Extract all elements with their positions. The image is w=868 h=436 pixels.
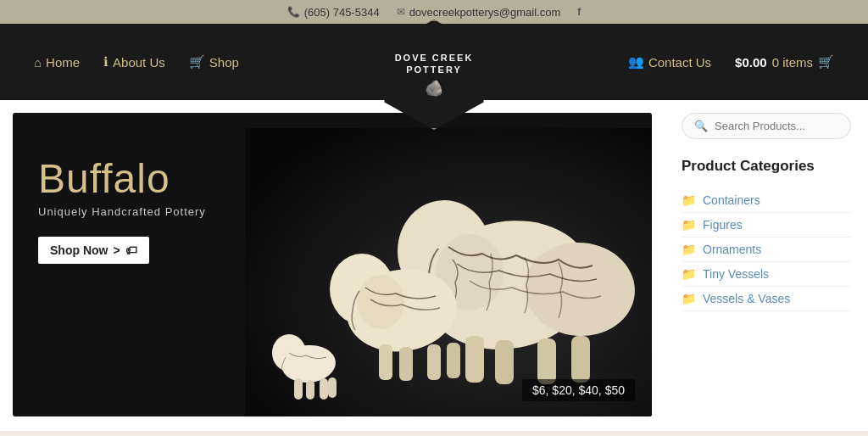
category-list: 📁 Containers 📁 Figures 📁 Ornaments 📁 Tin… (682, 188, 851, 311)
nav-shop[interactable]: 🛒 Shop (189, 54, 239, 70)
hero-image: Buffalo Uniquely Handcrafted Pottery Sho… (13, 113, 652, 416)
nav-shop-label: Shop (209, 55, 239, 70)
nav-home-label: Home (46, 55, 80, 70)
shop-icon: 🛒 (189, 54, 205, 70)
category-tiny-vessels[interactable]: 📁 Tiny Vessels (682, 262, 851, 287)
folder-icon-containers: 📁 (682, 193, 696, 207)
nav-about[interactable]: ℹ About Us (103, 54, 165, 70)
hero-subtitle: Uniquely Handcrafted Pottery (38, 205, 206, 218)
cart-icon: 🛒 (818, 54, 834, 70)
phone-icon: 📞 (287, 6, 300, 18)
svg-rect-8 (571, 336, 590, 383)
category-ornaments-label: Ornaments (703, 243, 761, 256)
category-vessels-vases[interactable]: 📁 Vessels & Vases (682, 287, 851, 311)
sidebar: 🔍 Product Categories 📁 Containers 📁 Figu… (665, 100, 868, 431)
phone-item[interactable]: 📞 (605) 745-5344 (287, 6, 380, 19)
svg-point-11 (357, 275, 404, 329)
logo-text: dove creekpottery (395, 52, 474, 76)
content-area: Buffalo Uniquely Handcrafted Pottery Sho… (0, 100, 868, 431)
svg-rect-21 (328, 377, 337, 398)
svg-rect-14 (427, 344, 441, 380)
svg-rect-12 (379, 344, 392, 380)
nav-contact[interactable]: 👥 Contact Us (628, 54, 711, 70)
email-link[interactable]: dovecreekpotterys@gmail.com (409, 6, 561, 19)
hero-section: Buffalo Uniquely Handcrafted Pottery Sho… (0, 100, 665, 431)
search-box[interactable]: 🔍 (682, 113, 851, 139)
hero-title: Buffalo (38, 155, 206, 202)
nav-left: ⌂ Home ℹ About Us 🛒 Shop (34, 54, 239, 70)
svg-rect-6 (495, 340, 514, 384)
category-containers[interactable]: 📁 Containers (682, 188, 851, 213)
phone-link[interactable]: (605) 745-5344 (304, 6, 380, 19)
nav-right: 👥 Contact Us $0.00 0 items 🛒 (628, 54, 834, 70)
svg-rect-15 (447, 343, 460, 378)
hero-price: $6, $20, $40, $50 (522, 379, 635, 401)
email-item[interactable]: ✉ dovecreekpotterys@gmail.com (397, 6, 561, 19)
category-figures-label: Figures (703, 218, 743, 232)
logo-hexagon: dove creekpottery 🪨 (379, 20, 489, 130)
cart-price: $0.00 (735, 55, 767, 70)
home-icon: ⌂ (34, 55, 42, 70)
nav-about-label: About Us (113, 55, 165, 70)
categories-title: Product Categories (682, 158, 851, 175)
folder-icon-ornaments: 📁 (682, 243, 696, 256)
category-vessels-vases-label: Vessels & Vases (703, 292, 790, 305)
shop-now-button[interactable]: Shop Now > 🏷 (38, 237, 149, 264)
svg-rect-5 (465, 336, 484, 383)
logo-icon: 🪨 (425, 79, 443, 98)
svg-rect-18 (294, 378, 303, 400)
folder-icon-figures: 📁 (682, 218, 696, 232)
hero-text-block: Buffalo Uniquely Handcrafted Pottery Sho… (38, 155, 206, 264)
svg-rect-13 (399, 347, 413, 381)
shop-now-label: Shop Now (50, 243, 108, 257)
category-ornaments[interactable]: 📁 Ornaments (682, 238, 851, 262)
nav-contact-label: Contact Us (648, 55, 711, 70)
category-tiny-vessels-label: Tiny Vessels (703, 267, 769, 281)
folder-icon-vessels-vases: 📁 (682, 292, 696, 305)
tag-icon: 🏷 (125, 243, 137, 257)
search-icon: 🔍 (694, 120, 708, 132)
facebook-icon: f (577, 6, 581, 18)
nav-home[interactable]: ⌂ Home (34, 55, 80, 70)
arrow-icon: > (113, 243, 120, 257)
category-figures[interactable]: 📁 Figures (682, 213, 851, 238)
search-input[interactable] (715, 120, 838, 132)
hero-illustration (245, 128, 652, 416)
contact-icon: 👥 (628, 54, 644, 70)
svg-rect-19 (306, 380, 314, 400)
email-icon: ✉ (397, 6, 405, 18)
svg-rect-7 (537, 338, 556, 384)
category-containers-label: Containers (703, 193, 760, 207)
folder-icon-tiny-vessels: 📁 (682, 267, 696, 281)
logo[interactable]: dove creekpottery 🪨 (379, 20, 489, 130)
cart-count: 0 items (772, 55, 813, 70)
svg-rect-20 (320, 378, 328, 400)
info-icon: ℹ (103, 54, 108, 70)
facebook-item[interactable]: f (577, 6, 581, 18)
cart[interactable]: $0.00 0 items 🛒 (735, 54, 834, 70)
nav-bar: ⌂ Home ℹ About Us 🛒 Shop dove creekpotte… (0, 24, 868, 100)
